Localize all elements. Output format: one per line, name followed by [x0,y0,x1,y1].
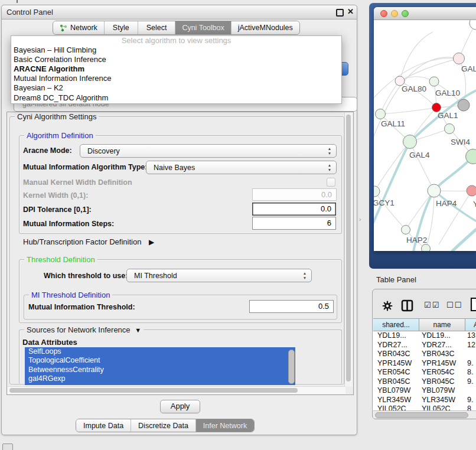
cell[interactable]: 13 [465,331,476,341]
cell[interactable]: YDL19... [373,331,419,341]
cell[interactable]: 8 [465,405,476,410]
cell[interactable]: YDR27... [373,341,419,350]
inference-algorithm-combo-button[interactable] [341,62,348,76]
table-row[interactable]: YIL052C YIL052C 8 [373,405,476,410]
dropdown-item[interactable]: Bayesian – K2 [11,83,341,93]
tab-jactivemnodules[interactable]: jActiveMNodules [232,21,299,34]
node[interactable] [445,124,455,134]
table-row[interactable]: YBR043C YBR043C [373,350,476,359]
minimize-traffic-light[interactable] [391,10,398,17]
scrollbar-thumb[interactable] [346,115,351,381]
node-hap4[interactable] [428,184,441,197]
cell[interactable]: 9. [465,377,476,387]
table-row[interactable]: YDR27... YDR27... 12 [373,341,476,350]
tab-select[interactable]: Select [138,21,176,34]
float-window-icon[interactable] [336,9,344,17]
cell[interactable]: YLR345W [373,396,419,405]
attribute-item[interactable]: SelfLoops [25,347,295,356]
cell[interactable]: YBR043C [373,350,419,359]
dropdown-placeholder-item[interactable]: Select algorithm to view settings [11,36,341,45]
cell[interactable]: 9. [465,359,476,369]
tab-impute-data[interactable]: Impute Data [76,419,131,432]
sources-group-title[interactable]: Sources for Network Inference ▼ [24,325,144,334]
dropdown-item[interactable]: Mutual Information Inference [11,74,341,83]
zoom-traffic-light[interactable] [402,10,409,17]
cell[interactable]: YBL079W [373,386,419,396]
node-gal11[interactable] [376,109,386,119]
hub-definition-toggle[interactable]: Hub/Transcription Factor Definition ▶ [23,237,154,246]
table-row[interactable]: YLR345W YLR345W 9. [373,396,476,405]
node-salmon[interactable] [467,185,476,196]
column-header-partial[interactable]: A [465,318,476,331]
network-canvas[interactable]: GAL7 GAL80 GAL10 GAL1 GAL11 GAL4 SWI4 GC… [374,20,476,251]
cell[interactable]: YPR145W [373,359,419,369]
tab-cyni-toolbox[interactable]: Cyni Toolbox [175,21,231,34]
cell[interactable]: YPR145W [419,359,465,369]
dropdown-item[interactable]: Basic Correlation Inference [11,55,341,64]
scrollbar-thumb[interactable] [9,388,298,393]
cell[interactable]: 8. [465,368,476,377]
tab-style[interactable]: Style [105,21,138,34]
node-hap2[interactable] [402,226,410,234]
dropdown-item-selected[interactable]: ARACNE Algorithm [11,64,341,74]
table-settings-button[interactable] [382,301,393,314]
table-row[interactable]: YBR045C YBR045C 9. [373,377,476,387]
node-gal10[interactable] [429,77,439,86]
select-all-columns-button[interactable]: ☑☑ [424,301,440,309]
dropdown-item[interactable]: Bayesian – Hill Climbing [11,45,341,55]
cell[interactable]: YIL052C [419,405,465,410]
tab-network[interactable]: Network [53,21,105,34]
list-scrollbar-thumb[interactable] [288,350,295,384]
node-gal4[interactable] [403,135,417,149]
node-gcy1[interactable] [374,186,380,197]
which-threshold-combobox[interactable]: MI Threshold ▲▼ [126,269,312,282]
mi-algorithm-type-combobox[interactable]: Naive Bayes ▲▼ [146,161,337,174]
cell[interactable]: YBR045C [419,377,465,387]
scrollbar-thumb[interactable] [375,412,468,418]
cell[interactable]: YDR27... [419,341,465,350]
cell[interactable]: YDL19... [419,331,465,341]
cell[interactable]: 12 [465,341,476,350]
attribute-item[interactable]: gal4RGexp [25,374,295,383]
apply-button[interactable]: Apply [160,400,200,413]
dock-panel-icon[interactable] [2,444,13,450]
node-gal7[interactable] [454,53,465,64]
mi-threshold-field[interactable]: 0.5 [249,300,334,313]
cell[interactable]: YER054C [373,368,419,377]
cell[interactable]: YBL079W [419,386,465,396]
column-header-shared-name[interactable]: shared... [373,318,419,331]
cell[interactable] [465,386,476,396]
close-traffic-light[interactable] [380,10,387,17]
table-row[interactable]: YDL19... YDL19... 13 [373,331,476,341]
network-window-titlebar[interactable] [374,7,476,20]
cell[interactable]: YLR345W [419,396,465,405]
network-nodes[interactable] [374,20,476,251]
settings-vertical-scrollbar[interactable] [344,113,353,387]
export-table-button[interactable] [470,297,476,314]
tab-infer-network[interactable]: Infer Network [196,419,254,432]
table-row[interactable]: YER054C YER054C 8. [373,368,476,377]
close-icon[interactable]: ✕ [347,7,354,16]
node[interactable] [470,20,476,30]
column-header-name[interactable]: name [419,318,465,331]
mi-steps-field[interactable]: 6 [252,217,336,230]
attribute-item[interactable]: TopologicalCoefficient [25,356,295,365]
cell[interactable]: YER054C [419,368,465,377]
dropdown-item[interactable]: Dream8 DC_TDC Algorithm [11,93,341,103]
aracne-mode-combobox[interactable]: Discovery ▲▼ [80,144,337,158]
cell[interactable]: YBR045C [373,377,419,387]
attribute-item[interactable]: BetweennessCentrality [25,366,295,374]
tab-discretize-data[interactable]: Discretize Data [131,419,196,432]
cell[interactable]: YBR043C [419,350,465,359]
show-columns-button[interactable] [401,299,413,314]
cell[interactable]: YIL052C [373,405,419,410]
table-horizontal-scrollbar[interactable] [373,410,476,418]
node[interactable] [422,244,431,252]
settings-horizontal-scrollbar[interactable] [8,386,345,394]
table-row[interactable]: YBL079W YBL079W [373,386,476,396]
node-gray[interactable] [458,99,470,111]
cell[interactable]: 9. [465,396,476,405]
pane-divider-chevron[interactable]: › [359,216,361,223]
cell[interactable] [465,350,476,359]
unselect-all-columns-button[interactable]: ☐☐ [446,301,462,309]
